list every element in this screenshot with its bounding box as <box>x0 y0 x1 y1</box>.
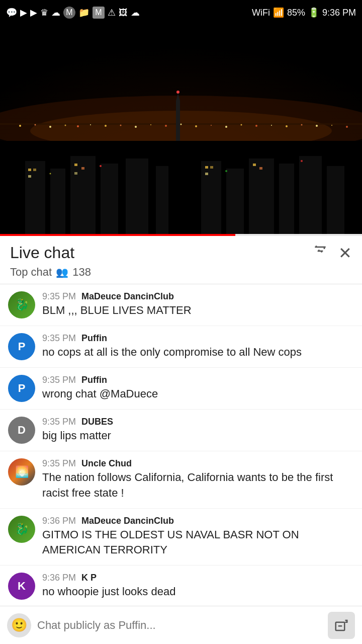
svg-rect-44 <box>33 169 36 171</box>
message-text: wrong chat @MaDuece <box>42 386 354 402</box>
filter-icon[interactable] <box>312 243 328 263</box>
status-icons-right: WiFi 📶 85% 🔋 9:36 PM <box>252 7 356 18</box>
svg-point-20 <box>255 125 257 127</box>
youtube-icon2: ▶ <box>30 7 37 18</box>
chat-sub: Top chat 👥 138 <box>10 266 352 284</box>
svg-rect-46 <box>74 164 77 166</box>
chat-message: 🌅 9:35 PM Uncle Chud The nation follows … <box>0 451 362 509</box>
svg-rect-31 <box>25 161 45 234</box>
message-username: Puffin <box>81 375 107 385</box>
svg-point-15 <box>180 124 182 125</box>
svg-point-30 <box>176 91 179 94</box>
progress-fill <box>0 234 235 236</box>
avatar: 🐉 <box>8 516 35 543</box>
message-username: MaDeuce DancinClub <box>81 516 174 526</box>
message-time: 9:35 PM <box>42 458 76 468</box>
svg-point-56 <box>301 160 303 162</box>
superscript-button[interactable] <box>328 612 355 639</box>
live-chat-title: Live chat <box>10 244 74 262</box>
message-meta: 9:36 PM K P <box>42 573 354 583</box>
message-body: 9:35 PM MaDeuce DancinClub BLM ,,, BLUE … <box>42 291 354 318</box>
svg-point-7 <box>65 125 66 126</box>
message-body: 9:35 PM Puffin wrong chat @MaDuece <box>42 375 354 402</box>
message-text: no whoopie just looks dead <box>42 584 354 600</box>
signal-icon: 📶 <box>273 7 284 18</box>
svg-point-14 <box>165 125 167 127</box>
cloud2-icon: ☁ <box>131 7 140 18</box>
message-username: DUBES <box>81 417 113 427</box>
svg-rect-48 <box>74 172 77 175</box>
message-body: 9:35 PM Puffin no cops at all is the onl… <box>42 333 354 360</box>
chat-message: P 9:35 PM Puffin wrong chat @MaDuece <box>0 368 362 410</box>
avatar: D <box>8 417 35 444</box>
chat-input-bar: 🙂 <box>0 606 362 644</box>
chat-message: K 9:36 PM K P no whoopie just looks dead <box>0 566 362 607</box>
svg-point-16 <box>195 125 197 127</box>
message-meta: 9:35 PM DUBES <box>42 417 354 427</box>
message-username: Puffin <box>81 333 107 343</box>
emoji-button[interactable]: 🙂 <box>7 613 31 637</box>
svg-point-17 <box>211 125 212 126</box>
chat-message: D 9:35 PM DUBES big lips matter <box>0 410 362 451</box>
message-username: K P <box>81 573 97 583</box>
svg-point-25 <box>331 125 332 126</box>
video-area[interactable] <box>0 25 362 234</box>
avatar: K <box>8 573 35 600</box>
folder-icon: 📁 <box>78 7 89 18</box>
svg-rect-37 <box>201 161 221 234</box>
svg-rect-42 <box>327 166 344 234</box>
svg-point-5 <box>35 124 36 126</box>
svg-rect-36 <box>156 166 168 234</box>
message-text: BLM ,,, BLUE LIVES MATTER <box>42 303 354 318</box>
message-text: The nation follows California, Californi… <box>42 470 354 501</box>
svg-point-55 <box>225 170 227 172</box>
svg-point-19 <box>241 124 242 126</box>
svg-point-24 <box>316 125 318 127</box>
header-icons: ✕ <box>312 243 352 263</box>
chat-message: P 9:35 PM Puffin no cops at all is the o… <box>0 326 362 368</box>
message-meta: 9:35 PM MaDeuce DancinClub <box>42 291 354 302</box>
message-text: no cops at all is the only compromise to… <box>42 345 354 360</box>
crown-icon: ♛ <box>40 7 48 18</box>
svg-rect-35 <box>126 158 148 234</box>
wifi-icon: WiFi <box>252 8 270 18</box>
svg-point-26 <box>346 126 348 128</box>
chat-message: 🐉 9:36 PM MaDeuce DancinClub GITMO IS TH… <box>0 509 362 566</box>
clock: 9:36 PM <box>322 8 356 18</box>
svg-point-8 <box>77 125 79 127</box>
message-time: 9:36 PM <box>42 573 76 583</box>
cloud-icon: ☁ <box>51 7 60 18</box>
battery-icon: 🔋 <box>308 7 319 18</box>
svg-rect-32 <box>50 169 65 234</box>
message-text: big lips matter <box>42 428 354 444</box>
svg-rect-41 <box>299 156 322 234</box>
svg-point-12 <box>135 126 137 128</box>
svg-point-54 <box>100 165 102 167</box>
message-time: 9:35 PM <box>42 291 76 301</box>
svg-point-23 <box>301 124 303 126</box>
svg-rect-38 <box>226 169 244 234</box>
svg-point-13 <box>150 124 151 125</box>
chat-input[interactable] <box>37 619 322 632</box>
avatar: 🌅 <box>8 458 35 486</box>
message-body: 9:35 PM Uncle Chud The nation follows Ca… <box>42 458 354 501</box>
svg-rect-51 <box>205 173 208 175</box>
svg-point-22 <box>286 125 288 127</box>
progress-bar[interactable] <box>0 234 362 236</box>
youtube-icon: ▶ <box>20 7 27 18</box>
svg-point-6 <box>49 126 51 128</box>
svg-point-9 <box>90 124 91 125</box>
close-button[interactable]: ✕ <box>338 244 352 263</box>
message-icon: 💬 <box>6 7 17 18</box>
message-body: 9:36 PM MaDeuce DancinClub GITMO IS THE … <box>42 516 354 558</box>
svg-rect-40 <box>279 164 294 234</box>
svg-rect-52 <box>253 164 256 166</box>
m-icon: M <box>63 7 75 19</box>
message-meta: 9:35 PM Puffin <box>42 333 354 344</box>
chat-messages: 🐉 9:35 PM MaDeuce DancinClub BLM ,,, BLU… <box>0 284 362 644</box>
viewer-count: 138 <box>72 266 91 279</box>
m2-icon: M <box>93 7 105 19</box>
avatar: P <box>8 375 35 402</box>
status-icons-left: 💬 ▶ ▶ ♛ ☁ M 📁 M ⚠ 🖼 ☁ <box>6 7 140 19</box>
message-username: Uncle Chud <box>81 458 132 468</box>
